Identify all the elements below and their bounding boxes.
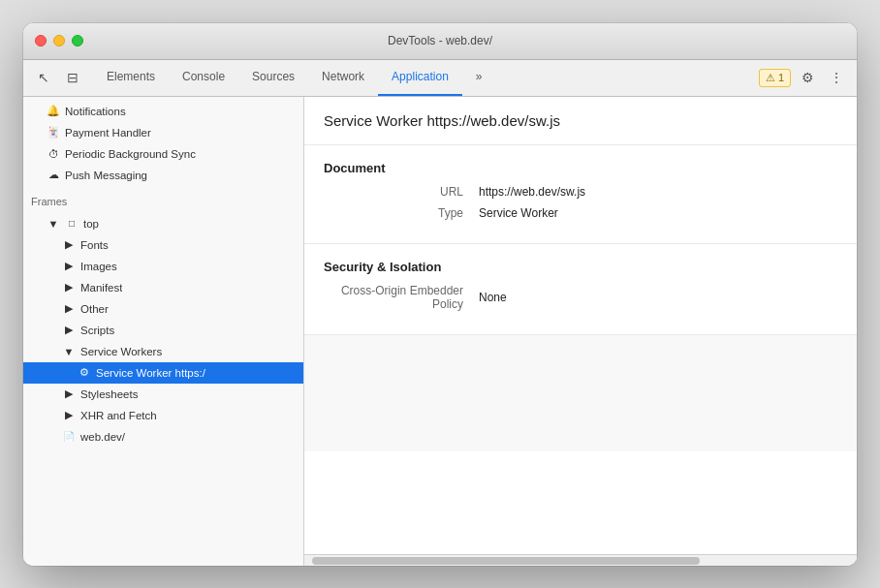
panel-footer [304,335,857,451]
cursor-icon[interactable]: ↖ [31,65,56,90]
type-label: Type [324,206,479,220]
sidebar-item-push-messaging[interactable]: ☁ Push Messaging [23,165,303,186]
sidebar-item-other[interactable]: ▶ Other [23,298,303,320]
layers-icon[interactable]: ⊟ [60,65,85,90]
panel-header: Service Worker https://web.dev/sw.js [304,97,857,145]
tab-bar: ↖ ⊟ Elements Console Sources Network App… [23,60,857,97]
warning-badge[interactable]: ⚠ 1 [759,69,791,87]
sidebar-item-stylesheets[interactable]: ▶ Stylesheets [23,384,303,405]
panel-content: Service Worker https://web.dev/sw.js Doc… [304,97,857,554]
more-button[interactable]: ⋮ [824,65,849,90]
coep-value: None [479,291,507,304]
warning-count: 1 [778,72,784,83]
collapsed-icon: ▶ [62,409,76,422]
right-panel: Service Worker https://web.dev/sw.js Doc… [304,97,857,566]
scrollbar-thumb[interactable] [312,557,700,565]
sidebar-item-manifest[interactable]: ▶ Manifest [23,277,303,298]
sidebar-item-periodic-bg-sync[interactable]: ⏱ Periodic Background Sync [23,143,303,165]
horizontal-scrollbar[interactable] [304,554,857,566]
sidebar-item-xhr-fetch[interactable]: ▶ XHR and Fetch [23,405,303,426]
collapsed-icon: ▶ [62,238,76,252]
title-bar: DevTools - web.dev/ [23,23,857,60]
tab-bar-nav: ↖ ⊟ [31,60,85,96]
collapsed-icon: ▶ [62,302,76,316]
sidebar-item-scripts[interactable]: ▶ Scripts [23,320,303,341]
expand-icon: ▼ [47,217,60,231]
type-value: Service Worker [479,206,558,220]
frame-icon: □ [65,217,79,231]
sidebar-item-sw-group[interactable]: ▼ Service Workers [23,341,303,362]
main-content: 🔔 Notifications 🃏 Payment Handler ⏱ Peri… [23,97,857,566]
bell-icon: 🔔 [47,105,60,118]
clock-icon: ⏱ [47,147,60,161]
tab-list: Elements Console Sources Network Applica… [93,60,759,96]
minimize-button[interactable] [53,35,65,46]
tab-network[interactable]: Network [308,60,378,96]
coep-label: Cross-Origin Embedder Policy [324,284,479,311]
sidebar: 🔔 Notifications 🃏 Payment Handler ⏱ Peri… [23,97,304,566]
frames-section-header: Frames [23,190,303,209]
security-section: Security & Isolation Cross-Origin Embedd… [304,244,857,335]
url-field-row: URL https://web.dev/sw.js [324,185,837,199]
panel-title: Service Worker https://web.dev/sw.js [324,112,837,129]
maximize-button[interactable] [72,35,83,46]
tab-application[interactable]: Application [378,60,462,96]
traffic-lights [35,35,83,46]
sidebar-item-images[interactable]: ▶ Images [23,256,303,277]
tab-bar-actions: ⚠ 1 ⚙ ⋮ [759,60,849,96]
collapsed-icon: ▶ [62,324,76,337]
sidebar-item-top[interactable]: ▼ □ top [23,213,303,234]
security-heading: Security & Isolation [324,260,837,274]
sidebar-item-fonts[interactable]: ▶ Fonts [23,234,303,256]
window-title: DevTools - web.dev/ [388,34,492,47]
sidebar-item-notifications[interactable]: 🔔 Notifications [23,101,303,122]
url-label: URL [324,185,479,199]
sidebar-frames-section: ▼ □ top ▶ Fonts ▶ Images ▶ Manifest [23,209,303,451]
collapsed-icon: ▶ [62,387,76,401]
document-heading: Document [324,161,837,175]
collapsed-icon: ▶ [62,260,76,273]
collapsed-icon: ▶ [62,281,76,294]
cloud-icon: ☁ [47,169,60,182]
sidebar-top-section: 🔔 Notifications 🃏 Payment Handler ⏱ Peri… [23,97,303,190]
devtools-window: DevTools - web.dev/ ↖ ⊟ Elements Console… [23,23,857,566]
type-field-row: Type Service Worker [324,206,837,220]
coep-field-row: Cross-Origin Embedder Policy None [324,284,837,311]
tab-overflow[interactable]: » [462,60,496,96]
url-value: https://web.dev/sw.js [479,185,585,199]
warning-icon: ⚠ [766,72,775,84]
sidebar-item-sw-selected[interactable]: ⚙ Service Worker https:/ [23,362,303,384]
tab-elements[interactable]: Elements [93,60,169,96]
card-icon: 🃏 [47,126,60,139]
document-section: Document URL https://web.dev/sw.js Type … [304,145,857,244]
settings-button[interactable]: ⚙ [795,65,820,90]
gear-icon: ⚙ [78,366,91,380]
sidebar-item-payment-handler[interactable]: 🃏 Payment Handler [23,122,303,143]
sidebar-item-webdev[interactable]: 📄 web.dev/ [23,426,303,448]
tab-console[interactable]: Console [169,60,238,96]
tab-sources[interactable]: Sources [238,60,308,96]
expanded-icon: ▼ [62,345,76,358]
close-button[interactable] [35,35,47,46]
file-icon: 📄 [62,430,76,444]
